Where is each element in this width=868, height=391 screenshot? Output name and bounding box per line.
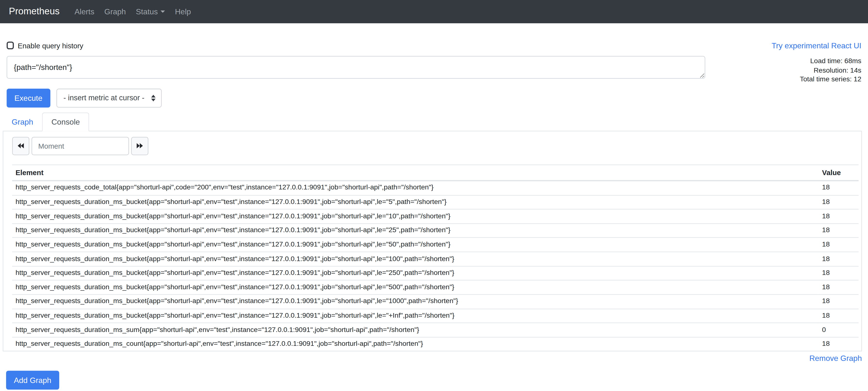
add-graph-button[interactable]: Add Graph [6,371,59,390]
remove-graph-link[interactable]: Remove Graph [809,354,862,363]
nav-item-graph[interactable]: Graph [99,7,131,16]
metric-value-cell: 18 [819,238,859,252]
metric-value-cell: 18 [819,252,859,266]
total-series-text: Total time series: 12 [705,75,861,84]
metric-element-cell: http_server_requests_duration_ms_count{a… [12,337,819,351]
metric-element-cell: http_server_requests_duration_ms_bucket{… [12,295,819,309]
tab-graph[interactable]: Graph [3,113,42,131]
nav-item-status[interactable]: Status [131,7,170,16]
table-row: http_server_requests_code_total{app="sho… [12,181,859,195]
remove-graph-row: Remove Graph [3,353,862,363]
metric-element-cell: http_server_requests_duration_ms_bucket{… [12,266,819,280]
add-graph-row: Add Graph [6,371,868,390]
metric-value-cell: 18 [819,266,859,280]
fast-forward-icon [136,143,143,149]
insert-metric-select-value: - insert metric at cursor - [63,94,144,102]
chevron-down-icon [161,10,165,12]
table-row: http_server_requests_duration_ms_bucket{… [12,309,859,323]
table-row: http_server_requests_duration_ms_sum{app… [12,323,859,337]
resolution-text: Resolution: 14s [705,66,861,75]
metric-value-cell: 0 [819,323,859,337]
tab-console[interactable]: Console [42,112,89,131]
moment-nav [12,137,859,155]
rewind-icon [17,143,25,149]
moment-prev-button[interactable] [12,137,29,155]
moment-input[interactable] [32,137,129,155]
console-table-head: Element Value [12,165,859,181]
load-time-text: Load time: 68ms [705,57,861,66]
nav-item-label: Help [175,7,191,16]
enable-history-option: Enable query history [6,41,83,50]
table-row: http_server_requests_duration_ms_count{a… [12,337,859,351]
insert-metric-select[interactable]: - insert metric at cursor - [56,89,161,108]
table-row: http_server_requests_duration_ms_bucket{… [12,280,859,294]
query-options-row: Enable query history Try experimental Re… [6,41,861,50]
nav-item-label: Status [136,7,158,16]
execute-button[interactable]: Execute [6,89,50,108]
table-row: http_server_requests_duration_ms_bucket{… [12,223,859,238]
metric-element-cell: http_server_requests_duration_ms_bucket{… [12,280,819,294]
metric-value-cell: 18 [819,280,859,294]
react-ui-link[interactable]: Try experimental React UI [772,41,862,50]
metric-value-cell: 18 [819,223,859,238]
nav-item-label: Graph [104,7,126,16]
metric-element-cell: http_server_requests_duration_ms_bucket{… [12,238,819,252]
execute-row: Execute - insert metric at cursor - [6,89,861,108]
table-row: http_server_requests_duration_ms_bucket{… [12,210,859,223]
metric-value-cell: 18 [819,309,859,323]
value-column-header: Value [819,165,859,181]
select-caret-icon [151,95,155,101]
metric-element-cell: http_server_requests_duration_ms_bucket{… [12,223,819,238]
query-row: {path="/shorten"} Load time: 68ms Resolu… [6,56,861,84]
console-table-body: http_server_requests_code_total{app="sho… [12,181,859,351]
element-column-header: Element [12,165,819,181]
metric-element-cell: http_server_requests_duration_ms_bucket{… [12,252,819,266]
moment-next-button[interactable] [131,137,149,155]
metric-element-cell: http_server_requests_duration_ms_bucket{… [12,309,819,323]
console-table: Element Value http_server_requests_code_… [12,164,859,351]
metric-element-cell: http_server_requests_code_total{app="sho… [12,181,819,195]
metric-value-cell: 18 [819,181,859,195]
enable-history-checkbox[interactable] [6,41,14,49]
brand-link[interactable]: Prometheus [9,6,60,17]
nav-item-label: Alerts [74,7,94,16]
metric-element-cell: http_server_requests_duration_ms_bucket{… [12,195,819,209]
query-expression-input[interactable]: {path="/shorten"} [6,56,705,79]
console-panel: Element Value http_server_requests_code_… [3,131,862,352]
metric-value-cell: 18 [819,210,859,223]
metric-value-cell: 18 [819,195,859,209]
navbar: Prometheus Alerts Graph Status Help [0,0,868,23]
enable-history-label: Enable query history [18,41,83,50]
tab-bar: Graph Console [3,112,862,131]
table-row: http_server_requests_duration_ms_bucket{… [12,295,859,309]
table-row: http_server_requests_duration_ms_bucket{… [12,195,859,209]
metric-value-cell: 18 [819,295,859,309]
table-row: http_server_requests_duration_ms_bucket{… [12,266,859,280]
nav-item-alerts[interactable]: Alerts [70,7,99,16]
page: Prometheus Alerts Graph Status Help Enab… [0,0,868,391]
table-row: http_server_requests_duration_ms_bucket{… [12,252,859,266]
nav-item-help[interactable]: Help [170,7,196,16]
metric-element-cell: http_server_requests_duration_ms_sum{app… [12,323,819,337]
query-stats: Load time: 68ms Resolution: 14s Total ti… [705,56,861,84]
metric-element-cell: http_server_requests_duration_ms_bucket{… [12,210,819,223]
graph-container: Graph Console Element Value [3,112,862,363]
metric-value-cell: 18 [819,337,859,351]
table-row: http_server_requests_duration_ms_bucket{… [12,238,859,252]
